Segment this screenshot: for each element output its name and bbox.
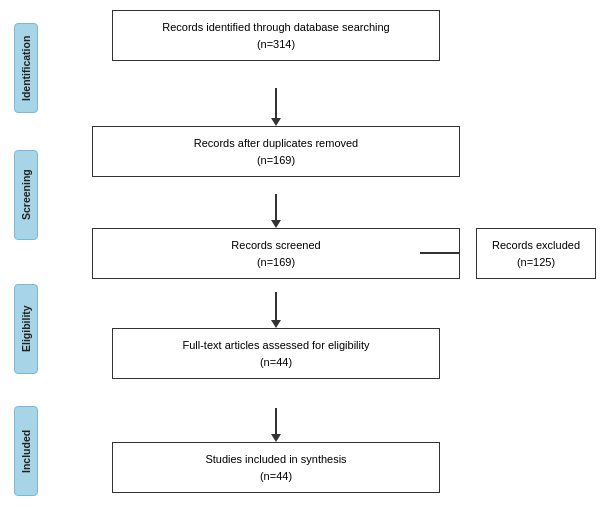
flow-diagram: Records identified through database sear… xyxy=(52,0,600,522)
box-after-duplicates-count: (n=169) xyxy=(257,154,295,166)
box-identification-count: (n=314) xyxy=(257,38,295,50)
box-fulltext-text: Full-text articles assessed for eligibil… xyxy=(182,339,369,351)
box-included-count: (n=44) xyxy=(260,470,292,482)
sidebar: Identification Screening Eligibility Inc… xyxy=(0,0,52,522)
box-excluded-text: Records excluded xyxy=(492,239,580,251)
box-identification: Records identified through database sear… xyxy=(112,10,440,61)
sidebar-label-included: Included xyxy=(14,406,38,496)
sidebar-label-eligibility: Eligibility xyxy=(14,284,38,374)
box-screened-text: Records screened xyxy=(231,239,320,251)
box-screened: Records screened (n=169) xyxy=(92,228,460,279)
box-included-text: Studies included in synthesis xyxy=(205,453,346,465)
box-identification-text: Records identified through database sear… xyxy=(162,21,389,33)
arrow-h-line xyxy=(420,252,460,254)
sidebar-label-screening: Screening xyxy=(14,150,38,240)
arrow-1-head xyxy=(271,118,281,126)
arrow-2-head xyxy=(271,220,281,228)
box-included: Studies included in synthesis (n=44) xyxy=(112,442,440,493)
arrow-4 xyxy=(275,408,277,436)
box-fulltext: Full-text articles assessed for eligibil… xyxy=(112,328,440,379)
box-excluded-count: (n=125) xyxy=(517,256,555,268)
arrow-1 xyxy=(275,88,277,120)
arrow-3-head xyxy=(271,320,281,328)
sidebar-label-identification: Identification xyxy=(14,23,38,113)
box-after-duplicates-text: Records after duplicates removed xyxy=(194,137,358,149)
box-screened-count: (n=169) xyxy=(257,256,295,268)
box-fulltext-count: (n=44) xyxy=(260,356,292,368)
box-excluded: Records excluded (n=125) xyxy=(476,228,596,279)
arrow-4-head xyxy=(271,434,281,442)
arrow-2 xyxy=(275,194,277,222)
box-after-duplicates: Records after duplicates removed (n=169) xyxy=(92,126,460,177)
arrow-3 xyxy=(275,292,277,322)
